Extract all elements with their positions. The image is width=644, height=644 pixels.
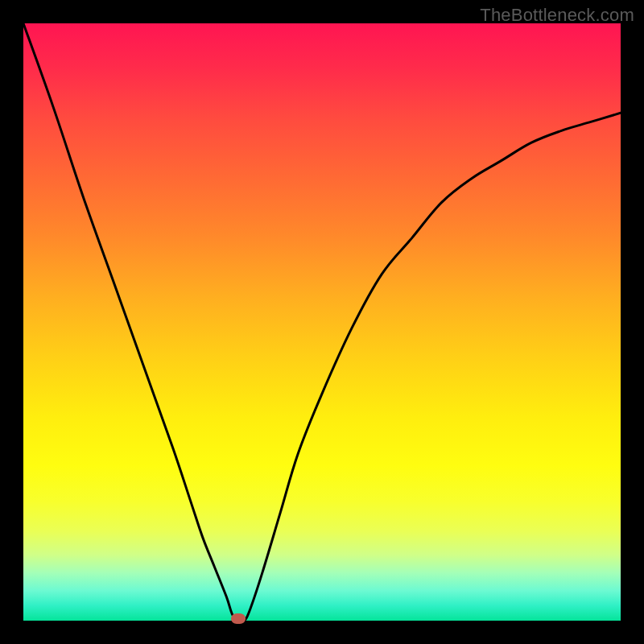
- optimal-point-marker: [231, 613, 246, 624]
- bottleneck-curve: [23, 23, 621, 621]
- watermark-text: TheBottleneck.com: [480, 5, 634, 26]
